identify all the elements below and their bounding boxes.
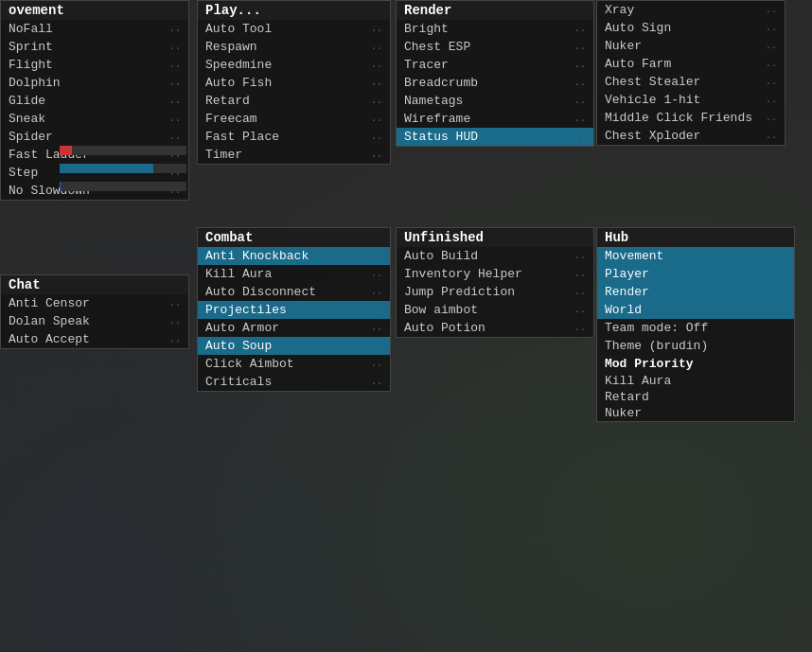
panel-item[interactable]: Auto Armor..	[198, 319, 390, 337]
dots-icon: ..	[371, 251, 382, 261]
panel-item[interactable]: NoFall..	[1, 20, 188, 38]
panel-item[interactable]: Auto Tool..	[198, 20, 390, 38]
dots-icon: ..	[371, 269, 382, 279]
panel-item[interactable]: Glide..	[1, 92, 188, 110]
xray-menu-item-label: Middle Click Friends	[605, 111, 752, 125]
panel-item[interactable]: Speedmine..	[198, 56, 390, 74]
dots-icon: ..	[574, 251, 586, 261]
xray-menu-item-label: Nuker	[605, 39, 642, 53]
panel-item[interactable]: Inventory Helper..	[397, 265, 593, 283]
panel-item-label: Inventory Helper	[404, 267, 522, 281]
dots-icon: ..	[169, 60, 181, 70]
panel-item[interactable]: Status HUD..	[397, 128, 593, 146]
dots-icon: ..	[371, 377, 382, 387]
hub-nav-item[interactable]: World	[597, 301, 794, 319]
combat-header: Combat	[198, 228, 390, 247]
team-mode: Team mode: Off	[597, 319, 794, 337]
mod-priority-item: Nuker	[597, 405, 794, 421]
xray-menu-item-label: Chest Stealer	[605, 75, 700, 89]
panel-item[interactable]: Jump Prediction..	[397, 283, 593, 301]
xray-menu-panel: Xray..Auto Sign..Nuker..Auto Farm..Chest…	[596, 0, 786, 146]
xray-menu-item-label: Vehicle 1-hit	[605, 93, 700, 107]
dots-icon: ..	[371, 341, 382, 351]
panel-item-label: Sneak	[9, 112, 45, 126]
panel-item[interactable]: Criticals..	[198, 373, 390, 391]
xray-menu-item[interactable]: Nuker..	[597, 37, 785, 55]
panel-item-label: Jump Prediction	[404, 285, 515, 299]
green-bar[interactable]	[60, 164, 186, 173]
panel-item-label: Auto Armor	[205, 321, 279, 335]
xray-menu-item[interactable]: Auto Farm..	[597, 55, 785, 73]
dots-icon: ..	[766, 77, 777, 87]
panel-item-label: Sprint	[9, 40, 53, 54]
panel-item[interactable]: Chest ESP..	[397, 38, 593, 56]
dots-icon: ..	[169, 24, 181, 34]
panel-item[interactable]: Auto Disconnect..	[198, 283, 390, 301]
panel-item[interactable]: Auto Soup..	[198, 337, 390, 355]
dots-icon: ..	[169, 114, 181, 124]
panel-item-label: Anti Censor	[9, 296, 90, 310]
panel-item[interactable]: Wireframe..	[397, 110, 593, 128]
panel-item[interactable]: Auto Fish..	[198, 74, 390, 92]
panel-item[interactable]: Bright..	[397, 20, 593, 38]
hub-nav-item[interactable]: Render	[597, 283, 794, 301]
panel-item[interactable]: Timer..	[198, 146, 390, 164]
dots-icon: ..	[574, 24, 586, 34]
panel-item[interactable]: Sneak..	[1, 110, 188, 128]
panel-item-label: Auto Soup	[205, 339, 272, 353]
dots-icon: ..	[371, 132, 382, 142]
panel-item[interactable]: Retard..	[198, 92, 390, 110]
red-bar[interactable]	[60, 146, 186, 155]
panel-item-label: Auto Accept	[9, 332, 90, 346]
xray-menu-item[interactable]: Vehicle 1-hit..	[597, 91, 785, 109]
panel-item-label: Dolan Speak	[9, 314, 90, 328]
panel-item[interactable]: Dolan Speak..	[1, 312, 188, 330]
dots-icon: ..	[371, 359, 382, 369]
panel-item[interactable]: Click Aimbot..	[198, 355, 390, 373]
dots-icon: ..	[371, 60, 382, 70]
dots-icon: ..	[169, 132, 181, 142]
panel-item-label: Kill Aura	[205, 267, 272, 281]
xray-menu-item[interactable]: Middle Click Friends..	[597, 109, 785, 127]
dots-icon: ..	[169, 316, 181, 326]
xray-menu-item[interactable]: Auto Sign..	[597, 19, 785, 37]
panel-item[interactable]: Kill Aura..	[198, 265, 390, 283]
xray-menu-item[interactable]: Chest Stealer..	[597, 73, 785, 91]
panel-item[interactable]: Tracer..	[397, 56, 593, 74]
hub-nav-item[interactable]: Player	[597, 265, 794, 283]
panel-item[interactable]: Spider..	[1, 128, 188, 146]
xray-menu-item[interactable]: Chest Xploder..	[597, 127, 785, 145]
panel-item[interactable]: Freecam..	[198, 110, 390, 128]
panel-item[interactable]: Bow aimbot..	[397, 301, 593, 319]
panel-item[interactable]: Auto Potion..	[397, 319, 593, 337]
panel-item-label: Chest ESP	[404, 40, 470, 54]
dots-icon: ..	[371, 114, 382, 124]
panel-item[interactable]: Anti Knockback..	[198, 247, 390, 265]
panel-item-label: Respawn	[205, 40, 257, 54]
panel-item[interactable]: Breadcrumb..	[397, 74, 593, 92]
panel-item[interactable]: Sprint..	[1, 38, 188, 56]
panel-item[interactable]: Auto Build..	[397, 247, 593, 265]
panel-item[interactable]: Nametags..	[397, 92, 593, 110]
dots-icon: ..	[371, 24, 382, 34]
panel-item-label: Auto Fish	[205, 76, 272, 90]
panel-item[interactable]: Fast Place..	[198, 128, 390, 146]
render-header: Render	[397, 1, 593, 20]
panel-item[interactable]: Anti Censor..	[1, 294, 188, 312]
panel-item-label: Auto Build	[404, 249, 478, 263]
panel-item[interactable]: Auto Accept..	[1, 330, 188, 348]
xray-menu-item[interactable]: Xray..	[597, 1, 785, 19]
panel-item-label: Tracer	[404, 58, 449, 72]
panel-item[interactable]: Dolphin..	[1, 74, 188, 92]
panel-item-label: Timer	[205, 148, 242, 162]
dots-icon: ..	[574, 287, 586, 297]
dots-icon: ..	[574, 323, 586, 333]
blue-bar[interactable]	[60, 182, 186, 191]
dots-icon: ..	[766, 59, 777, 69]
hub-nav-item[interactable]: Movement	[597, 247, 794, 265]
panel-item[interactable]: Projectiles..	[198, 301, 390, 319]
panel-item[interactable]: Flight..	[1, 56, 188, 74]
dots-icon: ..	[766, 131, 777, 141]
panel-item[interactable]: Respawn..	[198, 38, 390, 56]
dots-icon: ..	[169, 334, 181, 344]
